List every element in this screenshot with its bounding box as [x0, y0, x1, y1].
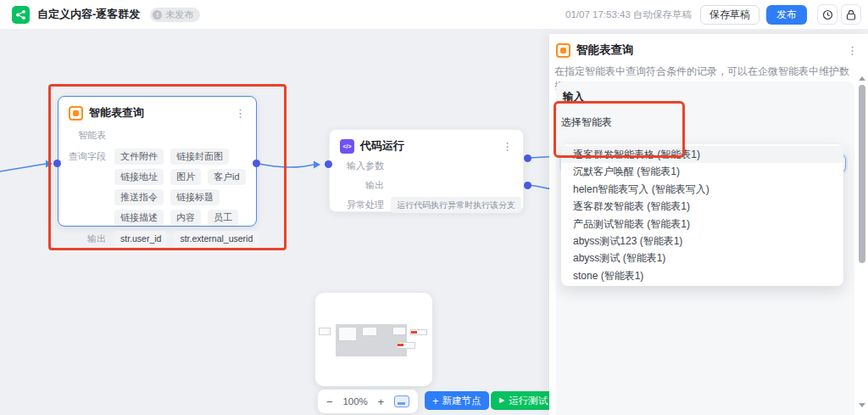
- top-bar: 自定义内容-逐客群发 ! 未发布 01/07 17:53:43 自动保存草稿 保…: [0, 0, 868, 30]
- autosave-timestamp: 01/07 17:53:43 自动保存草稿: [565, 8, 692, 21]
- app-logo-icon: [12, 6, 30, 24]
- field-label-exception: 异常处理: [340, 197, 384, 213]
- query-node-output-port[interactable]: [253, 160, 260, 167]
- field-tag: 内容: [170, 210, 201, 226]
- minimap-node: [362, 327, 377, 336]
- code-node-input-port[interactable]: [325, 160, 332, 168]
- input-section-label: 输入: [556, 81, 854, 104]
- zoom-in-button[interactable]: +: [378, 396, 385, 407]
- dropdown-option[interactable]: 逐客群发智能表 (智能表1): [561, 198, 843, 215]
- minimap[interactable]: [315, 293, 432, 386]
- field-tag: 员工: [208, 210, 238, 226]
- field-tag: 链接标题: [170, 189, 220, 205]
- dropdown-option[interactable]: 沉默客户唤醒 (智能表1): [561, 163, 843, 180]
- field-tag: 链接描述: [114, 210, 164, 226]
- select-table-label: 选择智能表: [556, 104, 854, 130]
- minimap-highlight: [411, 331, 417, 334]
- field-label-input-params: 输入参数: [340, 158, 384, 174]
- output-tag: str.external_userid: [174, 231, 259, 247]
- node-menu-icon[interactable]: ⋮: [235, 108, 246, 119]
- status-badge: ! 未发布: [150, 8, 200, 22]
- field-label-query-fields: 查询字段: [69, 149, 106, 165]
- status-badge-label: 未发布: [165, 8, 193, 21]
- zoom-level: 100%: [342, 396, 367, 407]
- code-node-output-port[interactable]: [524, 154, 531, 162]
- exception-branch-tag: 运行代码执行异常时执行该分支: [391, 197, 521, 213]
- plus-icon: +: [432, 395, 439, 407]
- minimap-toggle-icon[interactable]: [394, 395, 409, 407]
- output-tags: str.user_id str.external_userid: [114, 231, 259, 247]
- node-title: 智能表查询: [89, 105, 144, 121]
- minimap-highlight: [398, 344, 403, 346]
- dropdown-option[interactable]: 产品测试智能表 (智能表1): [561, 216, 843, 233]
- field-tag: 文件附件: [114, 149, 164, 165]
- save-draft-button[interactable]: 保存草稿: [700, 5, 760, 25]
- new-node-button[interactable]: + 新建节点: [425, 391, 489, 410]
- field-tag: 客户id: [208, 169, 246, 185]
- scroll-down-icon[interactable]: [859, 403, 865, 407]
- dropdown-option[interactable]: abyss测试 (智能表1): [561, 250, 843, 266]
- smart-table-icon: [556, 43, 570, 58]
- run-test-button[interactable]: ▶ 运行测试: [491, 391, 556, 410]
- field-tag: 链接地址: [114, 169, 164, 185]
- dropdown-option[interactable]: stone (智能表1): [561, 267, 843, 284]
- code-icon: </>: [340, 139, 354, 154]
- minimap-node: [392, 327, 406, 335]
- node-smart-table-query[interactable]: 智能表查询 ⋮ 智能表 查询字段 文件附件 链接封面图 链接地址 图片 客户id…: [58, 96, 257, 227]
- scrollbar-thumb[interactable]: [859, 85, 865, 263]
- minimap-node: [338, 327, 357, 341]
- panel-scrollbar[interactable]: [858, 75, 866, 412]
- output-tag: str.user_id: [114, 231, 167, 247]
- dropdown-option[interactable]: abyss测试123 (智能表1): [561, 233, 843, 250]
- minimap-node: [319, 328, 331, 335]
- field-tag: 图片: [170, 169, 201, 185]
- node-code-run[interactable]: </> 代码运行 ⋮ 输入参数 输出 异常处理 运行代码执行异常时执行该分支: [329, 129, 524, 212]
- smart-table-icon: [69, 106, 83, 121]
- field-label-output: 输出: [340, 177, 384, 193]
- zoom-toolbar: − 100% +: [318, 390, 418, 413]
- code-node-exception-port[interactable]: [524, 182, 531, 189]
- panel-menu-icon[interactable]: ⋮: [847, 45, 858, 56]
- node-menu-icon[interactable]: ⋮: [502, 141, 513, 152]
- zoom-out-button[interactable]: −: [326, 396, 333, 407]
- exclamation-icon: !: [153, 10, 162, 20]
- lock-icon: [846, 9, 856, 20]
- play-icon: ▶: [499, 397, 504, 404]
- clock-icon: [822, 9, 833, 20]
- panel-title: 智能表查询: [576, 42, 634, 58]
- new-node-label: 新建节点: [442, 395, 481, 407]
- field-label-output: 输出: [69, 231, 106, 247]
- field-tag: 链接封面图: [170, 149, 229, 165]
- field-label-table: 智能表: [69, 127, 106, 143]
- dropdown-option[interactable]: 逐客群发智能表格 (智能表1): [561, 146, 843, 163]
- lock-button[interactable]: [841, 4, 861, 25]
- run-test-label: 运行测试: [509, 395, 548, 407]
- history-button[interactable]: [817, 4, 837, 25]
- field-tag: 推送指令: [114, 189, 164, 205]
- scroll-up-icon[interactable]: [859, 76, 865, 81]
- query-fields-tags: 文件附件 链接封面图 链接地址 图片 客户id 推送指令 链接标题 链接描述 内…: [114, 149, 246, 226]
- page-title: 自定义内容-逐客群发: [37, 7, 140, 22]
- publish-button[interactable]: 发布: [766, 5, 807, 25]
- dropdown-option[interactable]: helen智能表写入 (智能表写入): [561, 181, 843, 198]
- node-title: 代码运行: [360, 138, 404, 154]
- query-node-input-port[interactable]: [53, 160, 61, 167]
- smart-table-dropdown: 逐客群发智能表格 (智能表1) 沉默客户唤醒 (智能表1) helen智能表写入…: [561, 144, 843, 286]
